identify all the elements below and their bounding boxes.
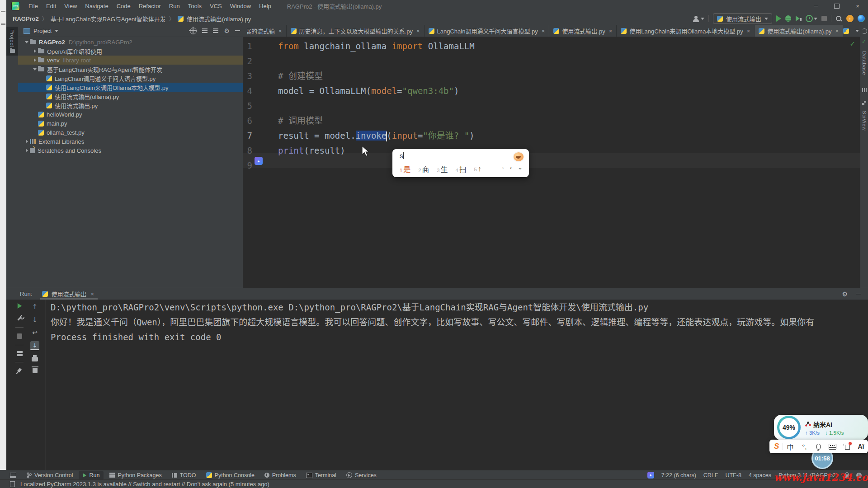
ime-candidate[interactable]: 1是 (400, 164, 410, 174)
ime-punctuation-button[interactable]: °, (797, 443, 811, 450)
ime-candidate[interactable]: 2商 (418, 164, 429, 174)
tool-window-button-run[interactable]: Run (79, 471, 104, 479)
expand-all-button[interactable] (202, 28, 208, 33)
collapse-all-button[interactable] (213, 28, 218, 33)
debug-button[interactable] (785, 15, 791, 22)
user-account-button[interactable] (693, 15, 704, 22)
ime-candidate[interactable]: 3生 (437, 164, 448, 174)
menu-item-run[interactable]: Run (165, 0, 184, 12)
editor-tab[interactable]: 使用LangChain来调用Ollama本地大模型.py× (617, 25, 755, 37)
close-icon[interactable]: × (542, 28, 545, 34)
tree-row[interactable]: 使用流式输出.py (18, 101, 243, 110)
run-settings-gear-icon[interactable]: ⚙ (842, 291, 848, 298)
tree-row[interactable]: RAGPro2D:\python_pro\RAGPro2 (18, 38, 243, 47)
caret-position-widget[interactable]: 7:22 (6 chars) (661, 472, 696, 479)
menu-item-tools[interactable]: Tools (184, 0, 206, 12)
virtual-keyboard-button[interactable] (826, 444, 840, 450)
close-icon[interactable]: × (835, 28, 839, 34)
tree-row[interactable]: OpenAI库介绍和使用 (18, 47, 243, 56)
ime-next-page-button[interactable]: › (510, 164, 512, 171)
chevron-collapsed-icon[interactable] (24, 149, 30, 152)
breadcrumb-item[interactable]: 使用流式输出(ollama).py (187, 14, 251, 23)
close-icon[interactable]: × (747, 28, 750, 34)
ime-expand-button[interactable]: ⌄ (518, 164, 523, 171)
menu-item-navigate[interactable]: Navigate (81, 0, 112, 12)
menu-item-refactor[interactable]: Refactor (135, 0, 165, 12)
breadcrumb-item[interactable]: RAGPro2 (13, 15, 39, 22)
scroll-to-end-button[interactable]: ↓ (30, 341, 39, 350)
tree-row[interactable]: helloWorld.py (18, 110, 243, 119)
close-icon[interactable]: × (416, 28, 420, 34)
run-tab[interactable]: 使用流式输出 × (42, 288, 94, 300)
run-configuration-select[interactable]: 使用流式输出 (713, 13, 772, 24)
breadcrumb-item[interactable]: 基于LangChain实现RAG与Agent智能体开发 (51, 14, 166, 23)
nano-ai-widget[interactable]: 49% 纳米AI ↑ 3K/s ↓ 1.5K/s (774, 415, 868, 440)
status-message[interactable]: Localized PyCharm 2023.1.3 is available … (20, 481, 269, 488)
tree-row[interactable]: External Libraries (18, 137, 243, 146)
hide-panel-button[interactable] (235, 30, 240, 31)
menu-item-help[interactable]: Help (255, 0, 275, 12)
grid-icon[interactable] (862, 101, 866, 105)
pin-tab-icon[interactable] (17, 368, 22, 373)
emoji-face-icon[interactable] (514, 152, 524, 161)
print-icon[interactable] (32, 357, 38, 361)
chevron-collapsed-icon[interactable] (24, 140, 30, 143)
modify-run-config-icon[interactable] (16, 315, 23, 321)
chevron-down-icon[interactable] (55, 30, 58, 32)
inspections-status-icon[interactable]: ✓ (862, 38, 866, 45)
maximize-button[interactable] (826, 0, 847, 12)
ai-assistant-status-icon[interactable]: ✦ (647, 472, 654, 479)
tool-windows-icon[interactable] (10, 473, 16, 478)
code-editor[interactable]: 123456789 ✦ from langchain_ollama import… (243, 37, 860, 288)
close-button[interactable]: × (847, 0, 868, 12)
tool-window-button-todo[interactable]: TODO (168, 471, 200, 479)
search-everywhere-button[interactable] (835, 15, 842, 22)
chevron-expanded-icon[interactable] (32, 68, 38, 70)
indent-widget[interactable]: 4 spaces (749, 472, 771, 479)
run-button[interactable] (776, 15, 781, 22)
encoding-widget[interactable]: UTF-8 (725, 472, 741, 479)
tree-row[interactable]: ollama_test.py (18, 128, 243, 137)
tool-window-button-version-control[interactable]: Version Control (23, 471, 77, 479)
close-icon[interactable]: × (609, 28, 613, 34)
project-panel-title[interactable]: Project (33, 28, 52, 34)
tree-row[interactable]: LangChain调用通义千问大语言模型.py (18, 74, 243, 83)
ime-ai-button[interactable]: Aî (854, 443, 868, 450)
soft-wrap-icon[interactable]: ↩ (32, 329, 38, 336)
menu-item-code[interactable]: Code (113, 0, 135, 12)
update-available-button[interactable]: ↑ (846, 15, 854, 22)
line-separator-widget[interactable]: CRLF (703, 472, 718, 479)
microphone-button[interactable] (811, 444, 826, 450)
recent-locations-icon[interactable] (862, 28, 867, 34)
ime-candidate[interactable]: 4扫 (455, 164, 466, 174)
tool-window-button-services[interactable]: Services (342, 471, 381, 479)
database-stripe-label[interactable]: Database (862, 51, 867, 75)
ime-prev-page-button[interactable]: ‹ (502, 164, 504, 171)
sogou-logo-icon[interactable]: S (774, 442, 779, 451)
select-opened-file-button[interactable] (190, 28, 197, 34)
clear-console-icon[interactable] (33, 368, 38, 373)
minimize-button[interactable] (806, 0, 826, 12)
close-icon[interactable]: × (90, 291, 94, 297)
up-stacktrace-icon[interactable]: ↑ (32, 303, 38, 311)
rerun-button[interactable] (17, 303, 21, 309)
down-stacktrace-icon[interactable]: ↓ (32, 316, 38, 324)
tree-row[interactable]: 使用LangChain来调用Ollama本地大模型.py (18, 83, 243, 92)
menu-item-file[interactable]: File (24, 0, 42, 12)
tool-window-button-terminal[interactable]: Terminal (302, 471, 340, 479)
tool-stripe-project[interactable]: Project (6, 27, 18, 56)
inspection-ok-icon[interactable]: ✓ (849, 40, 855, 48)
tree-row[interactable]: 使用流式输出(ollama).py (18, 92, 243, 101)
sciview-chart-icon[interactable] (862, 88, 867, 92)
editor-tab[interactable]: 使用流式输出.py× (549, 25, 617, 37)
ime-candidate[interactable]: 5↑ (474, 165, 481, 173)
menu-item-vcs[interactable]: VCS (206, 0, 226, 12)
chevron-expanded-icon[interactable] (24, 41, 30, 43)
tree-row[interactable]: main.py (18, 119, 243, 128)
editor-tab[interactable]: 历史消息，上下文以及大模型输出的关系.py× (287, 25, 425, 37)
ai-assistant-icon[interactable] (858, 15, 865, 22)
tree-row[interactable]: Scratches and Consoles (18, 146, 243, 155)
tool-window-button-problems[interactable]: Problems (260, 471, 300, 479)
close-icon[interactable]: × (278, 28, 282, 34)
tool-window-button-python-packages[interactable]: Python Packages (105, 471, 165, 479)
